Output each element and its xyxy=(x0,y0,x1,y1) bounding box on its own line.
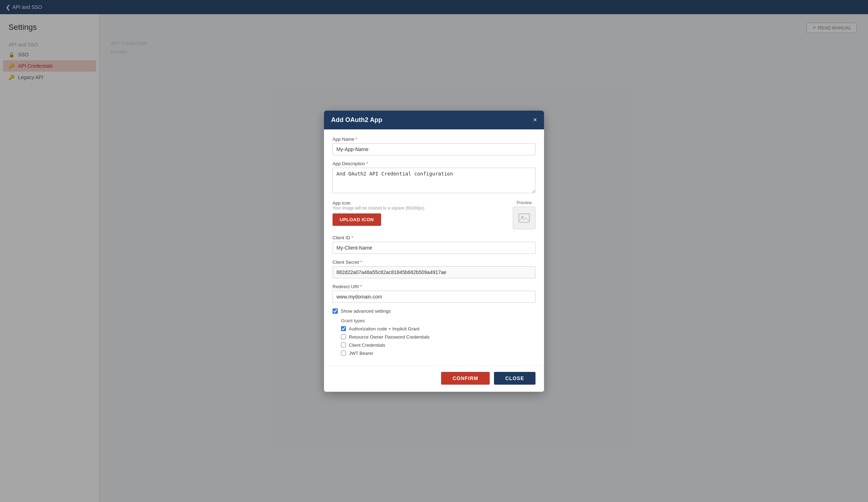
client-secret-input xyxy=(333,266,535,278)
icon-preview: Preview xyxy=(513,200,535,229)
required-indicator: * xyxy=(351,235,353,240)
icon-preview-box xyxy=(513,207,535,229)
client-id-label: Client ID * xyxy=(333,235,535,240)
client-creds-label[interactable]: Client Credentials xyxy=(349,342,385,348)
main-content: Settings API and SSO 🔒 SSO 🔑 API Credent… xyxy=(0,14,868,502)
required-indicator: * xyxy=(356,136,357,142)
app-name-label: App Name * xyxy=(333,136,535,142)
icon-main-label: App icon xyxy=(333,200,506,206)
icon-left: App icon Your image will be resized to a… xyxy=(333,200,506,226)
resource-owner-label[interactable]: Resource Owner Password Credentials xyxy=(349,334,430,340)
client-secret-label: Client Secret * xyxy=(333,260,535,265)
redirect-uri-label: Redirect URI * xyxy=(333,284,535,289)
redirect-uri-group: Redirect URI * xyxy=(333,284,535,303)
grant-types-section: Grant types Authorization code + Implici… xyxy=(341,318,535,356)
redirect-uri-input[interactable] xyxy=(333,291,535,303)
app-name-input[interactable] xyxy=(333,143,535,155)
modal-header: Add OAuth2 App × xyxy=(324,111,544,129)
app-icon-section: App icon Your image will be resized to a… xyxy=(333,200,535,229)
client-creds-checkbox[interactable] xyxy=(341,342,346,347)
jwt-bearer-label[interactable]: JWT Bearer xyxy=(349,351,373,356)
modal-body: App Name * App Description * And OAuth2 … xyxy=(324,129,544,366)
grant-option-client-creds: Client Credentials xyxy=(341,342,535,348)
required-indicator: * xyxy=(360,284,362,289)
modal-footer: CONFIRM CLOSE xyxy=(324,366,544,392)
grant-types-title: Grant types xyxy=(341,318,535,323)
modal-close-x-button[interactable]: × xyxy=(533,117,537,123)
app-description-input[interactable]: And OAuth2 API Credential configuration xyxy=(333,168,535,193)
icon-label-group: App icon Your image will be resized to a… xyxy=(333,200,506,211)
modal-title: Add OAuth2 App xyxy=(331,116,382,124)
icon-preview-label: Preview xyxy=(513,200,535,205)
close-button[interactable]: CLOSE xyxy=(494,372,535,385)
client-id-group: Client ID * xyxy=(333,235,535,254)
modal-overlay: Add OAuth2 App × App Name * App Descript… xyxy=(0,0,868,502)
grant-option-jwt-bearer: JWT Bearer xyxy=(341,351,535,356)
grant-option-resource-owner: Resource Owner Password Credentials xyxy=(341,334,535,340)
show-advanced-label[interactable]: Show advanced settings xyxy=(341,308,391,314)
app-description-group: App Description * And OAuth2 API Credent… xyxy=(333,161,535,195)
modal-dialog: Add OAuth2 App × App Name * App Descript… xyxy=(324,111,544,392)
upload-icon-button[interactable]: UPLOAD ICON xyxy=(333,213,381,226)
icon-sub-label: Your image will be resized to a square (… xyxy=(333,206,506,211)
app-description-label: App Description * xyxy=(333,161,535,166)
confirm-button[interactable]: CONFIRM xyxy=(441,372,489,385)
grant-option-auth-code: Authorization code + Implicit Grant xyxy=(341,326,535,331)
resource-owner-checkbox[interactable] xyxy=(341,334,346,339)
required-indicator: * xyxy=(366,161,368,166)
client-id-input[interactable] xyxy=(333,242,535,254)
jwt-bearer-checkbox[interactable] xyxy=(341,351,346,356)
required-indicator: * xyxy=(360,260,362,265)
auth-code-checkbox[interactable] xyxy=(341,326,346,331)
show-advanced-checkbox[interactable] xyxy=(333,308,338,314)
client-secret-group: Client Secret * xyxy=(333,260,535,278)
app-name-group: App Name * xyxy=(333,136,535,155)
svg-rect-0 xyxy=(519,214,529,222)
auth-code-label[interactable]: Authorization code + Implicit Grant xyxy=(349,326,419,331)
advanced-settings-row: Show advanced settings xyxy=(333,308,535,314)
